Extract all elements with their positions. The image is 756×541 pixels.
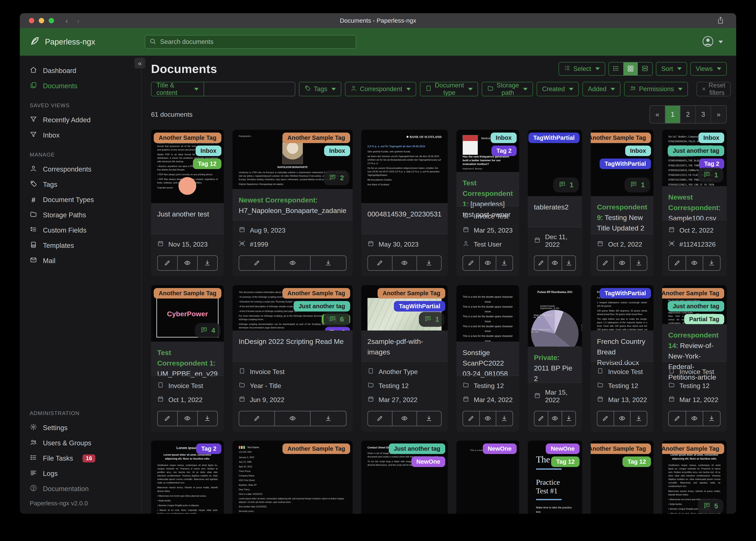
edit-button[interactable] xyxy=(367,256,392,271)
tag-chip[interactable]: Tag 2 xyxy=(491,146,517,156)
edit-button[interactable] xyxy=(367,411,392,426)
comment-count-badge[interactable]: 5 xyxy=(698,499,723,514)
document-card[interactable]: French Country BreadFor the Leaven1 heap… xyxy=(591,285,653,432)
edit-button[interactable] xyxy=(534,411,548,426)
document-thumbnail[interactable]: French Country BreadFor the Leaven1 heap… xyxy=(591,285,653,330)
sidebar-item-custom-fields[interactable]: Custom Fields xyxy=(20,223,141,238)
select-button[interactable]: Select xyxy=(559,62,605,76)
list-view-toggle[interactable] xyxy=(609,63,623,75)
document-correspondent-link[interactable]: Newest Correspondent xyxy=(239,196,315,204)
sidebar-item-tags[interactable]: Tags xyxy=(20,177,141,192)
comment-count-badge[interactable]: 4 xyxy=(195,323,221,338)
edit-button[interactable] xyxy=(239,411,275,426)
document-title[interactable]: InDesign 2022 Scripting Read Me xyxy=(233,330,353,361)
document-title[interactable]: Correspondent 9: Testing New Title Updat… xyxy=(591,196,653,234)
document-thumbnail[interactable]: Review of Arbitral Awards Shows Swift Re… xyxy=(662,285,727,324)
title-content-dropdown[interactable]: Title & content xyxy=(151,82,204,96)
document-title[interactable]: Test Correspondent 1: [paperless] test p… xyxy=(456,172,519,206)
document-card[interactable]: ❖ BANK OF SCOTLAND2,0 % p. a. auf Ihr Ta… xyxy=(361,130,448,276)
tag-chip[interactable]: Just another tag xyxy=(668,146,724,156)
document-card[interactable]: This is a testAnother Sample TagTag 12 xyxy=(591,441,653,514)
sidebar-item-file-tasks[interactable]: File Tasks16 xyxy=(20,451,141,466)
edit-button[interactable] xyxy=(534,256,548,271)
tag-chip[interactable]: Another Sample Tag xyxy=(282,443,350,454)
download-button[interactable] xyxy=(562,256,576,271)
document-thumbnail[interactable]: Serial Number,Company Name,Employ9788189… xyxy=(662,130,727,186)
filter-button-created[interactable]: Created xyxy=(537,82,579,96)
tag-chip[interactable]: Another Sample Tag xyxy=(154,133,221,143)
document-thumbnail[interactable]: Francja pod r...NAPOLEON BONAPARTEUrodzo… xyxy=(233,130,353,189)
sidebar-item-dashboard[interactable]: Dashboard xyxy=(20,63,141,78)
document-correspondent-link[interactable]: Newest Correspondent xyxy=(668,193,719,212)
tag-chip[interactable]: Tag 12 xyxy=(551,456,580,467)
edit-button[interactable] xyxy=(463,256,480,271)
sidebar-item-inbox[interactable]: Inbox xyxy=(20,128,141,143)
sidebar-collapse-button[interactable]: « xyxy=(135,58,145,68)
document-correspondent-link[interactable]: Correspondent 14 xyxy=(668,331,719,349)
document-thumbnail[interactable]: This is a test for the double space char… xyxy=(456,285,519,342)
global-search[interactable] xyxy=(145,35,356,49)
document-title[interactable]: Private: 2011 BP Pie 2 xyxy=(528,346,582,382)
filter-button-tags[interactable]: Tags xyxy=(299,82,341,96)
tag-chip[interactable]: Inbox xyxy=(324,146,350,156)
tag-chip[interactable]: Just another tag xyxy=(668,301,724,311)
document-thumbnail[interactable]: Curabitur bibendum ante urna, sed blandi… xyxy=(361,285,448,330)
document-title[interactable]: Just another test xyxy=(151,203,224,234)
document-card[interactable]: Review of Arbitral Awards Shows Swift Re… xyxy=(662,285,727,432)
comment-count-badge[interactable]: 2 xyxy=(324,171,349,185)
preview-button[interactable] xyxy=(548,411,562,426)
comment-count-badge[interactable]: 1 xyxy=(698,168,723,183)
pagination-next[interactable]: » xyxy=(711,106,726,123)
download-button[interactable] xyxy=(417,256,442,271)
document-card[interactable]: Curabitur bibendum ante urna, sed blandi… xyxy=(361,285,448,432)
sidebar-item-settings[interactable]: Settings xyxy=(20,420,141,435)
search-input[interactable] xyxy=(160,38,352,46)
tag-chip[interactable]: Just another tag xyxy=(294,301,350,311)
sidebar-item-document-types[interactable]: #Document Types xyxy=(20,192,141,208)
tag-chip[interactable]: Another Sample Tag xyxy=(378,288,445,298)
document-thumbnail[interactable]: Patient BP Distribution 2011Isolated Sys… xyxy=(528,285,582,346)
sidebar-item-storage-paths[interactable]: Storage Paths xyxy=(20,208,141,223)
tag-chip[interactable]: Another Sample Tag xyxy=(591,133,651,143)
sidebar-item-logs[interactable]: Logs xyxy=(20,466,141,481)
document-thumbnail[interactable]: one,1.0five,5.0Another Sample TagInboxTa… xyxy=(591,130,653,196)
download-button[interactable] xyxy=(496,411,513,426)
document-card[interactable]: one,1.0five,5.0Another Sample TagInboxTa… xyxy=(591,130,653,276)
document-title[interactable]: tablerates2 xyxy=(528,196,582,227)
document-card[interactable]: Serial Number,Company Name,Employ9788189… xyxy=(662,130,727,276)
preview-button[interactable] xyxy=(686,411,703,426)
preview-button[interactable] xyxy=(392,256,417,271)
preview-button[interactable] xyxy=(614,411,631,426)
document-title[interactable]: French Country Bread Revised.docx xyxy=(591,330,653,361)
tag-chip[interactable]: Inbox xyxy=(625,146,651,156)
document-correspondent-link[interactable]: Test Correspondent 1 xyxy=(463,179,513,208)
tag-chip[interactable]: Tag 12 xyxy=(623,456,651,467)
tag-chip[interactable]: Partial Tag xyxy=(684,314,724,324)
document-title[interactable]: Newest Correspondent: H7_Napoleon_Bonapa… xyxy=(233,189,353,220)
filter-button-document-type[interactable]: Document type xyxy=(420,82,478,96)
edit-button[interactable] xyxy=(597,411,614,426)
preview-button[interactable] xyxy=(548,256,562,271)
document-thumbnail[interactable]: Medical TeacherHas the new Kirkpatrick g… xyxy=(456,130,519,172)
document-card[interactable]: This document contains information about… xyxy=(233,285,353,432)
sidebar-item-documents[interactable]: Documents xyxy=(20,78,141,94)
sidebar-item-templates[interactable]: Templates xyxy=(20,238,141,253)
tag-chip[interactable]: TagWithPartial xyxy=(600,159,651,169)
download-button[interactable] xyxy=(630,256,647,271)
document-thumbnail[interactable]: This is a testAnother Sample TagTag 12 xyxy=(591,441,653,514)
document-thumbnail[interactable]: Lorem ipsumLorem ipsum dolor sit amet, c… xyxy=(151,441,224,514)
document-thumbnail[interactable]: Lorem ipsumLorem ipsum dolor sit amet, c… xyxy=(662,441,727,514)
document-card[interactable]: This is a test for the double space char… xyxy=(456,285,519,432)
filter-button-correspondent[interactable]: Correspondent xyxy=(345,82,416,96)
sidebar-item-users-groups[interactable]: Users & Groups xyxy=(20,435,141,451)
pagination-page-2[interactable]: 2 xyxy=(680,106,696,123)
user-menu[interactable] xyxy=(702,35,723,48)
preview-button[interactable] xyxy=(614,256,631,271)
document-card[interactable]: Lorem ipsumLorem ipsum dolor sit amet, c… xyxy=(662,441,727,514)
document-card[interactable]: Country,Region/State,"T...TagWithPartial… xyxy=(528,130,582,276)
brand[interactable]: Paperless-ngx xyxy=(29,36,145,48)
tag-chip[interactable]: Another Sample Tag xyxy=(662,443,724,454)
tag-chip[interactable]: Inbox xyxy=(196,146,221,156)
download-button[interactable] xyxy=(703,256,721,271)
document-card[interactable]: CyberPowerPowerPanel® Business EditionUs… xyxy=(151,285,224,432)
